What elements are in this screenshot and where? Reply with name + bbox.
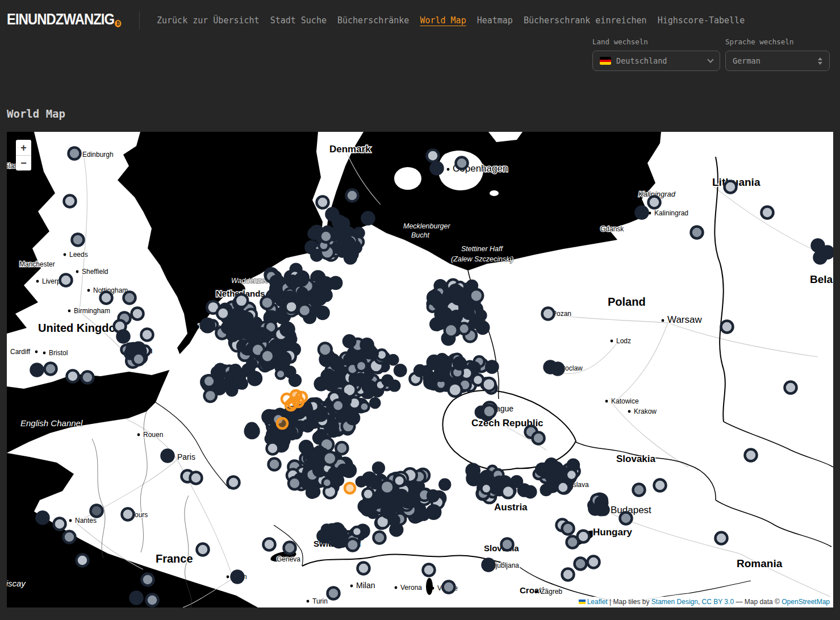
openstreetmap-link[interactable]: OpenStreetMap [782, 598, 830, 606]
map-tiles: DenmarkCopenhagenUnited KingdomLithuania… [7, 132, 833, 607]
svg-text:Paris: Paris [177, 452, 195, 461]
nav-world-map[interactable]: World Map [420, 15, 466, 26]
svg-text:Bay of Biscay: Bay of Biscay [7, 579, 26, 588]
svg-text:English Channel: English Channel [20, 418, 83, 428]
svg-text:Leeds: Leeds [69, 251, 88, 259]
svg-text:Waddenzee: Waddenzee [231, 277, 269, 285]
country-select-value: Deutschland [616, 56, 667, 65]
attribution-text: | Map tiles by [608, 598, 651, 606]
svg-text:Warsaw: Warsaw [667, 314, 702, 325]
zoom-out-button[interactable]: − [16, 155, 31, 170]
svg-text:Geneva: Geneva [277, 555, 300, 563]
germany-flag-icon [600, 57, 611, 65]
svg-text:Turin: Turin [312, 597, 328, 605]
header-divider [139, 11, 140, 30]
svg-text:Stettiner Haff: Stettiner Haff [461, 245, 503, 253]
zoom-control: + − [15, 139, 32, 172]
svg-text:Krakow: Krakow [634, 407, 657, 415]
page-title: World Map [7, 107, 65, 120]
svg-text:Belarus: Belarus [810, 273, 833, 285]
svg-text:Manchester: Manchester [19, 260, 55, 268]
nav-buecherschraenke[interactable]: Bücherschränke [337, 15, 409, 26]
svg-text:Sheffield: Sheffield [82, 268, 108, 276]
ukraine-flag-icon [579, 600, 586, 604]
svg-text:Milan: Milan [356, 581, 375, 590]
logo[interactable]: EINUNDZWANZIG₿ [7, 11, 122, 28]
svg-text:France: France [156, 552, 193, 565]
svg-text:Romania: Romania [737, 557, 783, 569]
svg-text:Bristol: Bristol [49, 349, 68, 357]
stamen-design-link[interactable]: Stamen Design [651, 598, 698, 606]
svg-text:Gdansk: Gdansk [600, 225, 624, 233]
svg-text:Mecklenburger: Mecklenburger [403, 222, 451, 230]
nav-stadt-suche[interactable]: Stadt Suche [270, 15, 327, 26]
svg-text:Cardiff: Cardiff [10, 348, 31, 356]
svg-text:Verona: Verona [400, 584, 422, 592]
svg-text:(Zalew Szczecinski): (Zalew Szczecinski) [451, 255, 513, 263]
zoom-in-button[interactable]: + [16, 140, 31, 155]
nav-zurueck-zur-uebersicht[interactable]: Zurück zur Übersicht [157, 15, 260, 26]
world-map-canvas[interactable]: DenmarkCopenhagenUnited KingdomLithuania… [7, 132, 833, 607]
nav-heatmap[interactable]: Heatmap [477, 15, 513, 26]
svg-text:Austria: Austria [494, 502, 528, 513]
country-select-label: Land wechseln [592, 38, 720, 46]
svg-text:Poland: Poland [608, 296, 646, 308]
leaflet-link[interactable]: Leaflet [587, 598, 608, 606]
svg-text:Katowice: Katowice [611, 397, 639, 405]
language-control: Sprache wechseln German [725, 38, 830, 71]
main-nav: Zurück zur Übersicht Stadt Suche Büchers… [157, 15, 745, 26]
svg-text:Ljubljana: Ljubljana [492, 561, 519, 569]
cc-by-link[interactable]: CC BY 3.0 [702, 598, 734, 606]
svg-text:Nantes: Nantes [75, 517, 97, 525]
svg-text:Bucht: Bucht [411, 231, 429, 239]
country-select[interactable]: Deutschland [592, 51, 720, 71]
map-attribution: Leaflet | Map tiles by Stamen Design, CC… [575, 597, 833, 607]
country-control: Land wechseln Deutschland [592, 38, 720, 71]
bitcoin-icon: ₿ [115, 20, 121, 27]
svg-text:Kaliningrad: Kaliningrad [654, 209, 688, 217]
svg-text:United Kingdom: United Kingdom [38, 322, 126, 334]
language-select[interactable]: German [725, 51, 830, 71]
svg-text:Edinburgh: Edinburgh [82, 151, 114, 159]
chevron-down-icon [707, 56, 713, 63]
logo-text: EINUNDZWANZIG [7, 11, 114, 28]
svg-text:Zagreb: Zagreb [541, 588, 562, 596]
svg-text:Denmark: Denmark [329, 144, 371, 155]
svg-text:Hungary: Hungary [593, 527, 633, 538]
svg-text:Lodz: Lodz [616, 337, 631, 345]
svg-text:Slovakia: Slovakia [616, 453, 656, 464]
nav-buecherschrank-einreichen[interactable]: Bücherschrank einreichen [524, 15, 647, 26]
select-arrows-icon [818, 57, 822, 65]
nav-highscore-tabelle[interactable]: Highscore-Tabelle [658, 15, 745, 26]
svg-text:Birmingham: Birmingham [74, 307, 110, 315]
language-select-value: German [733, 56, 760, 65]
language-select-label: Sprache wechseln [725, 38, 830, 46]
svg-text:Rouen: Rouen [143, 431, 163, 439]
